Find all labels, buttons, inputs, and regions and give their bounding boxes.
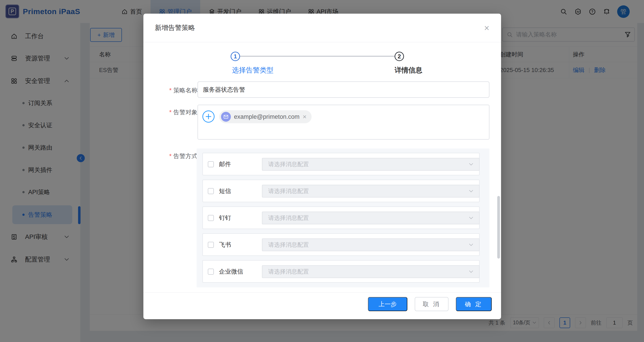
step-1-label[interactable]: 选择告警类型 bbox=[232, 66, 274, 75]
feishu-checkbox[interactable] bbox=[208, 242, 214, 248]
close-icon[interactable]: × bbox=[482, 24, 491, 32]
channel-row-sms: 短信 请选择消息配置 bbox=[202, 180, 480, 202]
alert-method-box: 邮件 请选择消息配置 短信 请选择消息配置 钉钉 请选择消息配置 bbox=[196, 148, 490, 288]
chevron-down-icon bbox=[469, 163, 473, 166]
dialog-header: 新增告警策略 bbox=[144, 14, 501, 42]
select-placeholder: 请选择消息配置 bbox=[268, 187, 469, 195]
policy-name-input[interactable] bbox=[198, 82, 490, 98]
policy-name-label: *策略名称 bbox=[169, 86, 198, 94]
step-1-circle: 1 bbox=[230, 52, 240, 61]
channel-label: 企业微信 bbox=[219, 260, 243, 282]
email-tag: example@primeton.com × bbox=[219, 110, 312, 123]
step-2-circle: 2 bbox=[394, 52, 404, 61]
previous-step-button[interactable]: 上一步 bbox=[368, 297, 407, 311]
chevron-down-icon bbox=[469, 270, 473, 273]
required-asterisk: * bbox=[169, 87, 172, 94]
select-placeholder: 请选择消息配置 bbox=[268, 241, 469, 249]
channel-label: 飞书 bbox=[219, 234, 231, 256]
envelope-icon bbox=[221, 112, 231, 122]
chevron-down-icon bbox=[469, 190, 473, 192]
step-connector-line bbox=[240, 56, 394, 57]
channel-label: 短信 bbox=[219, 180, 231, 202]
select-placeholder: 请选择消息配置 bbox=[268, 214, 469, 222]
dialog-footer: 上一步 取 消 确 定 bbox=[144, 292, 501, 319]
sms-checkbox[interactable] bbox=[208, 188, 214, 194]
select-placeholder: 请选择消息配置 bbox=[268, 160, 469, 168]
alert-target-box: example@primeton.com × bbox=[198, 105, 490, 140]
wecom-config-select[interactable]: 请选择消息配置 bbox=[262, 265, 480, 278]
select-placeholder: 请选择消息配置 bbox=[268, 268, 469, 276]
alert-method-label: *告警方式 bbox=[169, 152, 198, 160]
email-config-select[interactable]: 请选择消息配置 bbox=[262, 158, 480, 171]
email-tag-text: example@primeton.com bbox=[234, 114, 300, 120]
required-asterisk: * bbox=[169, 109, 172, 116]
add-target-button[interactable] bbox=[202, 110, 214, 122]
dialog-scrollbar[interactable] bbox=[497, 196, 500, 258]
email-checkbox[interactable] bbox=[208, 161, 214, 167]
step-2-label: 详情信息 bbox=[394, 66, 422, 75]
required-asterisk: * bbox=[169, 153, 172, 160]
feishu-config-select[interactable]: 请选择消息配置 bbox=[262, 238, 480, 251]
dialog-title: 新增告警策略 bbox=[155, 23, 195, 32]
dingtalk-checkbox[interactable] bbox=[208, 215, 214, 221]
channel-label: 邮件 bbox=[219, 153, 231, 175]
alert-target-label: *告警对象 bbox=[169, 108, 198, 116]
channel-label: 钉钉 bbox=[219, 207, 231, 228]
app-screen: P Primeton iPaaS 首页 管理门户 开发门户 运维门户 AP bbox=[0, 0, 644, 342]
chevron-down-icon bbox=[469, 216, 473, 220]
add-alert-policy-dialog: 新增告警策略 × 1 2 选择告警类型 详情信息 *策略名称 *告警对象 exa… bbox=[144, 14, 501, 319]
wecom-checkbox[interactable] bbox=[208, 269, 214, 275]
channel-row-feishu: 飞书 请选择消息配置 bbox=[202, 233, 480, 256]
confirm-button[interactable]: 确 定 bbox=[456, 297, 492, 311]
dingtalk-config-select[interactable]: 请选择消息配置 bbox=[262, 212, 480, 224]
cancel-button[interactable]: 取 消 bbox=[415, 297, 448, 311]
remove-tag-icon[interactable]: × bbox=[303, 114, 307, 120]
channel-row-wecom: 企业微信 请选择消息配置 bbox=[202, 260, 480, 283]
chevron-down-icon bbox=[469, 243, 473, 246]
channel-row-dingtalk: 钉钉 请选择消息配置 bbox=[202, 206, 480, 229]
sms-config-select[interactable]: 请选择消息配置 bbox=[262, 185, 480, 198]
channel-row-email: 邮件 请选择消息配置 bbox=[202, 153, 480, 175]
